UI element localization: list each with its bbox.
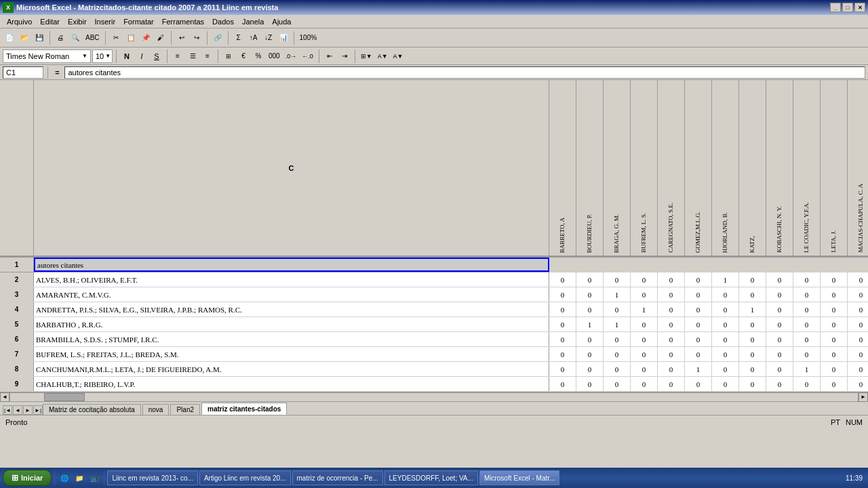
horizontal-scrollbar[interactable]: ◄ ► — [0, 392, 868, 401]
cell-2-F[interactable]: 0 — [604, 272, 631, 287]
cell-4-K[interactable]: 1 — [739, 302, 766, 317]
cell-8-N[interactable]: 0 — [821, 362, 848, 376]
cell-7-J[interactable]: 0 — [712, 347, 739, 361]
cell-1-H[interactable] — [658, 258, 685, 272]
scroll-left-btn[interactable]: ◄ — [0, 392, 9, 402]
cell-1-D[interactable] — [549, 258, 576, 272]
taskbar-item-artigo-liinc-em-revista-20...[interactable]: Artigo Liinc em revista 20... — [199, 470, 291, 485]
cell-3-H[interactable]: 0 — [658, 287, 685, 302]
minimize-btn[interactable]: _ — [830, 3, 841, 12]
cell-9-N[interactable]: 0 — [821, 377, 848, 391]
cell-8-J[interactable]: 0 — [712, 362, 739, 376]
save-btn[interactable]: 💾 — [33, 31, 46, 45]
col-header-G[interactable]: BUFREM, L. S. — [631, 80, 658, 256]
cell-1-L[interactable] — [766, 258, 793, 272]
font-color-btn[interactable]: A▼ — [391, 49, 406, 63]
cell-1-N[interactable] — [821, 258, 848, 272]
cell-5-E[interactable]: 1 — [576, 317, 604, 331]
col-header-c[interactable]: C — [34, 80, 549, 256]
cell-3-L[interactable]: 0 — [766, 287, 793, 302]
cell-5-K[interactable]: 0 — [739, 317, 766, 331]
taskbar-item-liinc-em-revista-2013--co...[interactable]: Liinc em revista 2013- co... — [107, 470, 198, 485]
cell-8-G[interactable]: 0 — [631, 362, 658, 376]
underline-btn[interactable]: S — [150, 49, 163, 63]
cell-7-N[interactable]: 0 — [821, 347, 848, 361]
sheet-tab-matriz-de-cocitação-absoluta[interactable]: Matriz de cocitação absoluta — [43, 404, 141, 415]
cell-8-H[interactable]: 0 — [658, 362, 685, 376]
cell-6-M[interactable]: 0 — [793, 332, 821, 346]
col-header-E[interactable]: BOURDIEU, P. — [576, 80, 604, 256]
cell-5-M[interactable]: 0 — [793, 317, 821, 331]
redo-btn[interactable]: ↪ — [190, 31, 203, 45]
col-header-K[interactable]: KATZ, — [739, 80, 766, 256]
cell-4-M[interactable]: 0 — [793, 302, 821, 317]
sort-desc-btn[interactable]: ↓Z — [262, 31, 275, 45]
cell-5-J[interactable]: 0 — [712, 317, 739, 331]
sheet-tab-nova[interactable]: nova — [142, 404, 170, 415]
cell-6-G[interactable]: 0 — [631, 332, 658, 346]
increase-indent-btn[interactable]: ⇥ — [338, 49, 351, 63]
cell-1-K[interactable] — [739, 258, 766, 272]
format-painter-btn[interactable]: 🖌 — [154, 31, 167, 45]
font-name-dropdown-icon[interactable]: ▼ — [82, 53, 87, 59]
cell-6-L[interactable]: 0 — [766, 332, 793, 346]
col-header-L[interactable]: KOBASCHI, N. Y. — [766, 80, 793, 256]
col-header-J[interactable]: HJORLAND, B. — [712, 80, 739, 256]
autosum-btn[interactable]: Σ — [232, 31, 245, 45]
cell-c-2[interactable]: ALVES, B.H.; OLIVEIRA, E.F.T. — [34, 272, 549, 287]
cell-2-L[interactable]: 0 — [766, 272, 793, 287]
cell-5-N[interactable]: 0 — [821, 317, 848, 331]
cell-5-I[interactable]: 0 — [685, 317, 712, 331]
inc-decimal-btn[interactable]: .0→ — [283, 49, 299, 63]
tab-nav-first[interactable]: |◄ — [3, 405, 12, 415]
cell-8-M[interactable]: 1 — [793, 362, 821, 376]
cell-reference-box[interactable]: C1 — [3, 66, 43, 79]
scroll-thumb[interactable] — [44, 393, 85, 401]
cell-5-O[interactable]: 0 — [848, 317, 868, 331]
cell-7-M[interactable]: 0 — [793, 347, 821, 361]
cell-9-F[interactable]: 0 — [604, 377, 631, 391]
sheet-tab-matriz-citantes-citados[interactable]: matriz citantes-citados — [201, 403, 287, 415]
menu-ajuda[interactable]: Ajuda — [268, 17, 295, 26]
menu-janela[interactable]: Janela — [238, 17, 268, 26]
taskbar-item-microsoft-excel---matr...[interactable]: Microsoft Excel - Matr... — [479, 470, 559, 485]
cell-8-K[interactable]: 0 — [739, 362, 766, 376]
cell-c-8[interactable]: CANCHUMANI,R.M.L.; LETA, J.; DE FIGUEIRE… — [34, 362, 549, 376]
cell-3-N[interactable]: 0 — [821, 287, 848, 302]
currency-btn[interactable]: € — [237, 49, 250, 63]
cell-6-O[interactable]: 0 — [848, 332, 868, 346]
cell-7-D[interactable]: 0 — [549, 347, 576, 361]
cell-8-I[interactable]: 1 — [685, 362, 712, 376]
cell-4-E[interactable]: 0 — [576, 302, 604, 317]
cell-3-I[interactable]: 0 — [685, 287, 712, 302]
cell-4-I[interactable]: 0 — [685, 302, 712, 317]
cell-5-F[interactable]: 1 — [604, 317, 631, 331]
cell-7-K[interactable]: 0 — [739, 347, 766, 361]
cell-4-H[interactable]: 0 — [658, 302, 685, 317]
tab-nav-next[interactable]: ► — [23, 405, 33, 415]
start-button[interactable]: ⊞ Iniciar — [3, 470, 52, 486]
cell-4-J[interactable]: 0 — [712, 302, 739, 317]
bold-btn[interactable]: N — [120, 49, 134, 63]
cell-6-K[interactable]: 0 — [739, 332, 766, 346]
cell-4-G[interactable]: 1 — [631, 302, 658, 317]
cell-9-L[interactable]: 0 — [766, 377, 793, 391]
menu-ferramentas[interactable]: Ferramentas — [158, 17, 208, 26]
print-btn[interactable]: 🖨 — [54, 31, 67, 45]
cell-c-7[interactable]: BUFREM, L.S.; FREITAS, J.L.; BREDA, S.M. — [34, 347, 549, 361]
cell-1-F[interactable] — [604, 258, 631, 272]
taskbar-item-matriz-de-ocorrencia---pe...[interactable]: matriz de ocorrencia - Pe... — [292, 470, 383, 485]
decrease-indent-btn[interactable]: ⇤ — [323, 49, 336, 63]
cell-c-3[interactable]: AMARANTE, C.M.V.G. — [34, 287, 549, 302]
cell-7-H[interactable]: 0 — [658, 347, 685, 361]
paste-btn[interactable]: 📌 — [139, 31, 153, 45]
cell-3-D[interactable]: 0 — [549, 287, 576, 302]
cell-9-E[interactable]: 0 — [576, 377, 604, 391]
cell-4-L[interactable]: 0 — [766, 302, 793, 317]
cell-2-I[interactable]: 0 — [685, 272, 712, 287]
col-header-F[interactable]: BRAGA, G. M. — [604, 80, 631, 256]
cell-4-O[interactable]: 0 — [848, 302, 868, 317]
undo-btn[interactable]: ↩ — [175, 31, 189, 45]
taskbar-item-leydesdorff,-loet;-va...[interactable]: LEYDESDORFF, Loet; VA... — [384, 470, 478, 485]
tab-nav-last[interactable]: ►| — [33, 405, 43, 415]
